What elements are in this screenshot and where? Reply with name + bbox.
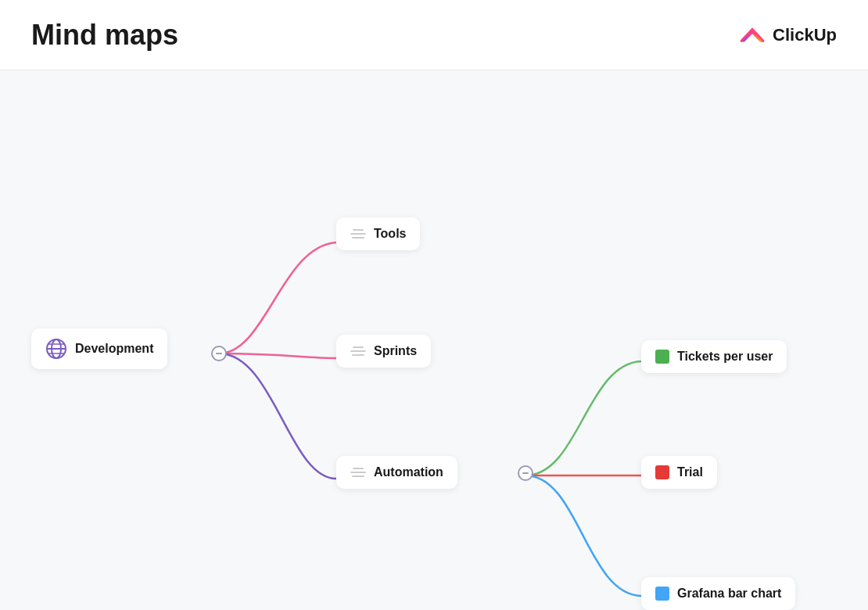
logo: ClickUp [738,21,837,49]
grafana-color-square [655,587,669,601]
mind-map-canvas: Development Tools Sprints Automation Tic… [0,70,868,610]
clickup-logo-icon [738,21,766,49]
globe-icon [45,338,67,360]
header: Mind maps ClickUp [0,0,868,70]
grafana-node[interactable]: Grafana bar chart [641,577,795,610]
page-title: Mind maps [31,19,178,52]
tickets-color-square [655,350,669,364]
development-node[interactable]: Development [31,328,167,369]
automation-node[interactable]: Automation [336,456,457,489]
automation-connector[interactable] [518,465,533,481]
sprints-label: Sprints [374,344,417,358]
trial-color-square [655,465,669,479]
list-icon-automation [350,468,366,477]
list-icon-tools [350,229,366,239]
automation-label: Automation [374,465,443,479]
trial-node[interactable]: Trial [641,456,717,489]
tools-node[interactable]: Tools [336,217,420,250]
tickets-node[interactable]: Tickets per user [641,340,787,373]
sprints-node[interactable]: Sprints [336,335,431,368]
trial-label: Trial [677,465,703,479]
development-connector[interactable] [211,346,227,361]
tickets-label: Tickets per user [677,350,773,364]
list-icon-sprints [350,346,366,356]
grafana-label: Grafana bar chart [677,587,781,601]
logo-text: ClickUp [773,25,837,45]
tools-label: Tools [374,227,406,241]
development-label: Development [75,342,153,356]
